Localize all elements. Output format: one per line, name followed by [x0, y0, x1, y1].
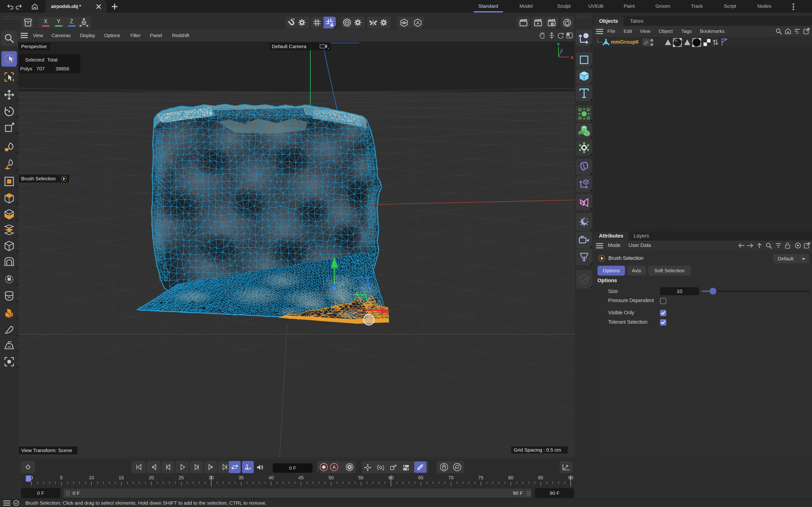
svg-text:Perspective: Perspective: [21, 44, 47, 49]
svg-text:Grid Spacing : 0.5 cm: Grid Spacing : 0.5 cm: [514, 447, 561, 453]
svg-text:Default Camera: Default Camera: [272, 44, 306, 49]
svg-text:View Transform: Scene: View Transform: Scene: [21, 448, 72, 453]
svg-text:Y: Y: [557, 42, 560, 47]
svg-text:A: A: [333, 464, 336, 470]
svg-text:A: A: [416, 20, 419, 25]
svg-text:X: X: [570, 55, 573, 60]
svg-text:A: A: [246, 463, 248, 467]
svg-text:Polys 707 39856: Polys 707 39856: [20, 66, 69, 71]
svg-text:Brush Selection: Brush Selection: [21, 176, 56, 181]
svg-text:Selected Total: Selected Total: [25, 57, 58, 62]
